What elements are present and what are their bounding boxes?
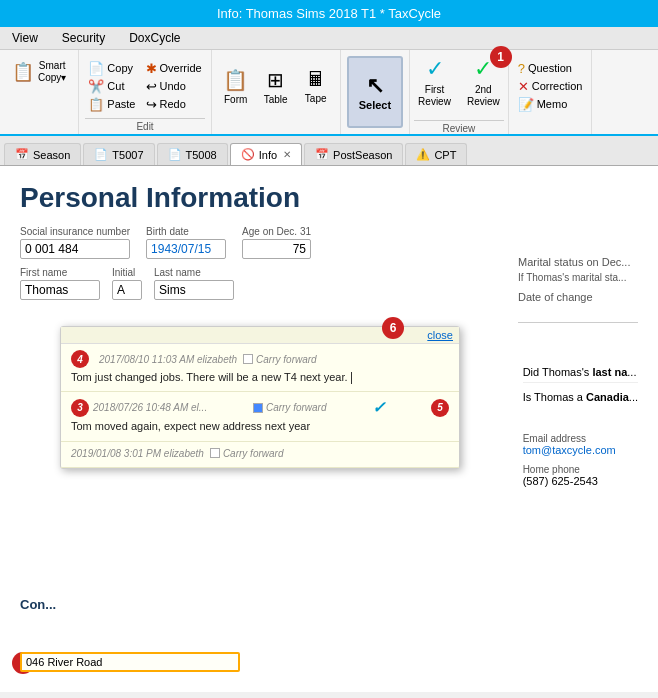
menu-view[interactable]: View xyxy=(8,29,42,47)
content-area: 2 Personal Information Social insurance … xyxy=(0,166,658,692)
birth-date-value[interactable]: 1943/07/15 xyxy=(146,239,226,259)
badge-3: 3 xyxy=(71,399,89,417)
phone-label: Home phone xyxy=(523,464,638,475)
page-title: Personal Information xyxy=(20,182,638,214)
fields-row-1: Social insurance number 0 001 484 Birth … xyxy=(20,226,638,259)
notes-items: ? Question ✕ Correction 📝 Memo xyxy=(515,54,586,118)
edit-items: 📄 Copy ✂️ Cut 📋 Paste ✱ Override xyxy=(85,54,204,118)
table-icon: ⊞ xyxy=(267,68,284,92)
copy-button[interactable]: 📄 Copy xyxy=(85,60,138,77)
undo-icon: ↩ xyxy=(146,79,157,94)
menu-security[interactable]: Security xyxy=(58,29,109,47)
date-change-label: Date of change xyxy=(518,291,638,303)
question-button[interactable]: ? Question xyxy=(515,60,586,77)
tab-t5008[interactable]: 📄 T5008 xyxy=(157,143,228,165)
redo-button[interactable]: ↪ Redo xyxy=(143,96,205,113)
carry-checkbox-3 xyxy=(210,448,220,458)
email-group: Email address tom@taxcycle.com xyxy=(523,433,638,456)
marital-status-label: Marital status on Dec... xyxy=(518,256,638,268)
date-change-input[interactable] xyxy=(518,307,638,323)
tab-cpt[interactable]: ⚠️ CPT xyxy=(405,143,467,165)
canadian-question: Is Thomas a Canadia... xyxy=(523,391,638,403)
lastname-value[interactable]: Sims xyxy=(154,280,234,300)
age-value[interactable]: 75 xyxy=(242,239,311,259)
paste-button[interactable]: 📋 Paste xyxy=(85,96,138,113)
sin-label: Social insurance number xyxy=(20,226,130,237)
note-1-text[interactable]: Tom just changed jobs. There will be a n… xyxy=(71,370,449,385)
question-icon: ? xyxy=(518,61,525,76)
note-2-carry[interactable]: Carry forward xyxy=(253,402,327,413)
note-close-button[interactable]: close xyxy=(427,329,453,341)
correction-icon: ✕ xyxy=(518,79,529,94)
badge-1: 1 xyxy=(490,46,512,68)
info-tab-close[interactable]: ✕ xyxy=(283,149,291,160)
ribbon: 📋 SmartCopy▾ 📄 Copy ✂️ Cut 📋 Paste xyxy=(0,50,658,136)
review-label: Review xyxy=(414,120,504,134)
note-2-text[interactable]: Tom moved again, expect new address next… xyxy=(71,419,449,434)
first-review-icon: ✓ xyxy=(426,56,444,82)
marital-question: If Thomas's marital sta... xyxy=(518,272,638,283)
tab-t5007[interactable]: 📄 T5007 xyxy=(83,143,154,165)
tab-info[interactable]: 🚫 Info ✕ xyxy=(230,143,302,165)
firstname-value[interactable]: Thomas xyxy=(20,280,100,300)
override-button[interactable]: ✱ Override xyxy=(143,60,205,77)
badge-6: 6 xyxy=(382,317,404,339)
insert-items: 📋 Form ⊞ Table 🖩 Tape xyxy=(218,54,334,118)
birth-date-label: Birth date xyxy=(146,226,226,237)
cut-button[interactable]: ✂️ Cut xyxy=(85,78,138,95)
postseason-icon: 📅 xyxy=(315,148,329,161)
age-label: Age on Dec. 31 xyxy=(242,226,311,237)
initial-label: Initial xyxy=(112,267,142,278)
note-meta-3: 2019/01/08 3:01 PM elizabeth Carry forwa… xyxy=(71,448,449,459)
second-review-container: ✓ 2ndReview 1 xyxy=(463,54,504,118)
phone-group: Home phone (587) 625-2543 xyxy=(523,464,638,487)
title-bar: Info: Thomas Sims 2018 T1 * TaxCycle xyxy=(0,0,658,27)
initial-value[interactable]: A xyxy=(112,280,142,300)
lastname-label: Last name xyxy=(154,267,234,278)
note-meta-2: 3 2018/07/26 10:48 AM el... Carry forwar… xyxy=(71,398,449,417)
correction-button[interactable]: ✕ Correction xyxy=(515,78,586,95)
tape-button[interactable]: 🖩 Tape xyxy=(298,56,334,116)
note-3-carry[interactable]: Carry forward xyxy=(210,448,284,459)
title-text: Info: Thomas Sims 2018 T1 * TaxCycle xyxy=(217,6,441,21)
note-entry-3: 2019/01/08 3:01 PM elizabeth Carry forwa… xyxy=(61,442,459,468)
insert-group: 📋 Form ⊞ Table 🖩 Tape . xyxy=(212,50,341,134)
t5008-doc-icon: 📄 xyxy=(168,148,182,161)
last-name-question: Did Thomas's last na... xyxy=(523,366,638,378)
smart-copy-button[interactable]: 📋 SmartCopy▾ xyxy=(6,54,72,90)
age-field: Age on Dec. 31 75 xyxy=(242,226,311,259)
note-1-timestamp: 2017/08/10 11:03 AM elizabeth xyxy=(99,354,237,365)
clipboard-buttons: 📄 Copy ✂️ Cut 📋 Paste xyxy=(85,60,138,113)
phone-value: (587) 625-2543 xyxy=(523,475,638,487)
cpt-icon: ⚠️ xyxy=(416,148,430,161)
note-3-timestamp: 2019/01/08 3:01 PM elizabeth xyxy=(71,448,204,459)
carry-checkbox-1 xyxy=(243,354,253,364)
table-button[interactable]: ⊞ Table xyxy=(258,56,294,116)
review-group: ✓ FirstReview ✓ 2ndReview 1 Review xyxy=(410,50,509,134)
select-button[interactable]: ↖ Select xyxy=(347,56,403,128)
undo-button[interactable]: ↩ Undo xyxy=(143,78,205,95)
second-review-label: 2ndReview xyxy=(467,84,500,108)
note-2-timestamp: 3 2018/07/26 10:48 AM el... xyxy=(71,399,207,417)
smart-copy-group: 📋 SmartCopy▾ xyxy=(0,50,79,134)
tab-season[interactable]: 📅 Season xyxy=(4,143,81,165)
memo-button[interactable]: 📝 Memo xyxy=(515,96,586,113)
address-input[interactable] xyxy=(20,652,240,672)
tab-postseason[interactable]: 📅 PostSeason xyxy=(304,143,403,165)
note-popup: 6 close 4 2017/08/10 11:03 AM elizabeth … xyxy=(60,326,460,469)
form-button[interactable]: 📋 Form xyxy=(218,56,254,116)
menu-doxcycle[interactable]: DoxCycle xyxy=(125,29,184,47)
note-1-carry[interactable]: Carry forward xyxy=(243,354,317,365)
first-review-button[interactable]: ✓ FirstReview xyxy=(414,54,455,118)
edit-buttons-2: ✱ Override ↩ Undo ↪ Redo xyxy=(143,60,205,113)
sin-value[interactable]: 0 001 484 xyxy=(20,239,130,259)
cursor-icon: ↖ xyxy=(366,73,384,99)
form-icon: 📋 xyxy=(223,68,248,92)
email-value[interactable]: tom@taxcycle.com xyxy=(523,444,638,456)
note-entry-2: 3 2018/07/26 10:48 AM el... Carry forwar… xyxy=(61,392,459,441)
carry-checkbox-2 xyxy=(253,403,263,413)
right-panel-2: Did Thomas's last na... Is Thomas a Cana… xyxy=(523,366,638,487)
firstname-field: First name Thomas xyxy=(20,267,100,300)
menu-bar: View Security DoxCycle xyxy=(0,27,658,50)
select-section: ↖ Select xyxy=(341,50,410,134)
